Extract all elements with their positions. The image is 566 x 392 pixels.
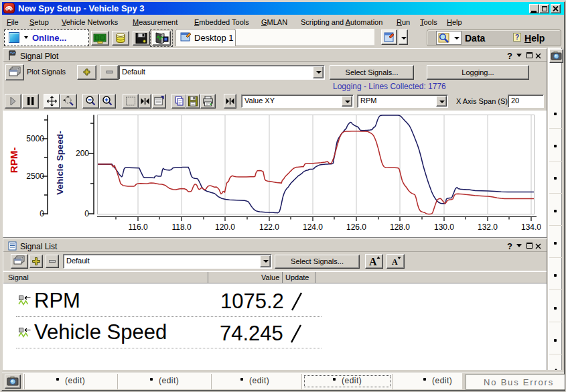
svg-text:5000: 5000 bbox=[26, 134, 44, 143]
svg-text:130.0: 130.0 bbox=[434, 222, 454, 232]
svg-text:200: 200 bbox=[76, 149, 89, 158]
svg-text:134.0: 134.0 bbox=[521, 222, 541, 232]
svg-text:2500: 2500 bbox=[26, 172, 44, 181]
svg-text:A: A bbox=[369, 256, 377, 267]
svg-text:116.0: 116.0 bbox=[128, 222, 147, 232]
svg-text:132.0: 132.0 bbox=[478, 222, 498, 232]
svg-text:RPM-: RPM- bbox=[8, 147, 19, 173]
svg-text:118.0: 118.0 bbox=[171, 222, 191, 232]
svg-text:124.0: 124.0 bbox=[303, 222, 323, 232]
svg-text:120.0: 120.0 bbox=[215, 222, 235, 232]
svg-text:A: A bbox=[392, 257, 398, 267]
svg-text:0: 0 bbox=[40, 209, 44, 218]
svg-text:128.0: 128.0 bbox=[390, 222, 410, 232]
svg-text:Vehicle Speed-: Vehicle Speed- bbox=[55, 131, 65, 194]
svg-text:0: 0 bbox=[84, 209, 89, 218]
svg-text:122.0: 122.0 bbox=[259, 222, 279, 232]
svg-text:126.0: 126.0 bbox=[346, 222, 366, 232]
